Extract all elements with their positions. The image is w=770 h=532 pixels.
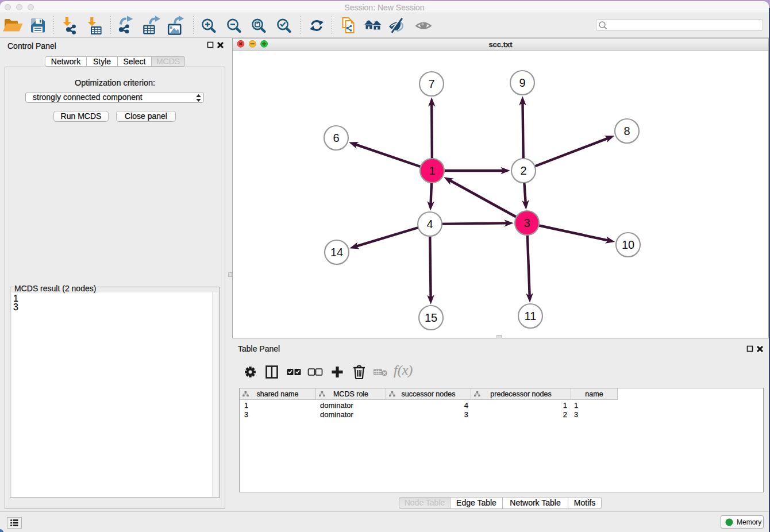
svg-text:2: 2 — [520, 164, 526, 177]
svg-text:15: 15 — [425, 311, 437, 324]
svg-text:7: 7 — [428, 78, 434, 90]
svg-text:3: 3 — [523, 217, 530, 229]
svg-text:Memory: Memory — [737, 518, 761, 526]
svg-text:8: 8 — [623, 125, 630, 137]
svg-text:4: 4 — [426, 218, 433, 230]
svg-text:14: 14 — [330, 246, 343, 259]
svg-text:10: 10 — [622, 238, 634, 251]
svg-text:6: 6 — [333, 132, 339, 144]
svg-text:1: 1 — [429, 164, 435, 177]
svg-text:11: 11 — [525, 310, 537, 322]
svg-text:9: 9 — [519, 76, 525, 89]
